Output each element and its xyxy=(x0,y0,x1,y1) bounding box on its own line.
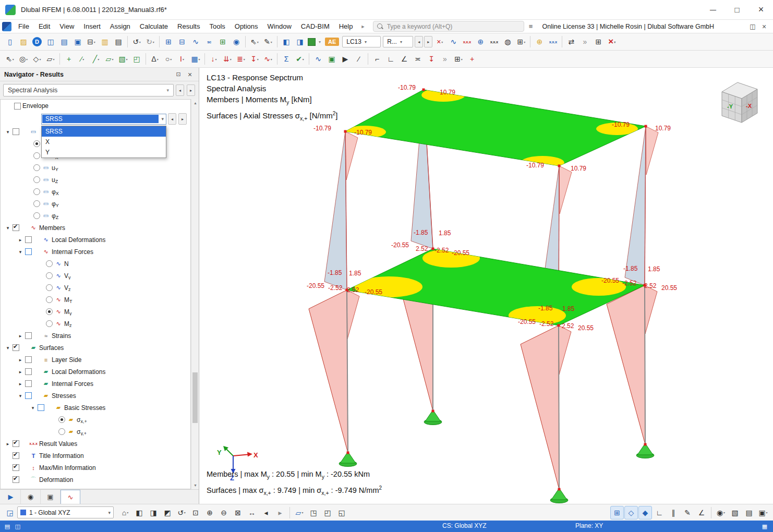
tree-expander-icon[interactable] xyxy=(5,129,11,135)
snap-toggle-icon[interactable]: ◇ xyxy=(624,506,638,519)
tree-item[interactable]: My xyxy=(1,306,190,318)
tree-radio[interactable] xyxy=(46,284,53,291)
dlubal-account-icon[interactable]: D xyxy=(32,37,42,46)
axes-icon[interactable]: + xyxy=(465,52,479,66)
navigator-results-tab[interactable] xyxy=(61,490,80,504)
clipping-plane-icon[interactable]: ∕ xyxy=(352,52,366,66)
zoom-in-icon[interactable]: ⊕ xyxy=(203,506,216,519)
tree-item[interactable]: σx,+ xyxy=(1,414,190,426)
tree-item[interactable]: φZ xyxy=(1,210,190,222)
tree-item[interactable]: Internal Forces xyxy=(1,378,190,390)
section-icon[interactable]: I xyxy=(175,52,189,66)
show-results-icon[interactable]: ∿ xyxy=(446,35,460,49)
navigator-display-tab[interactable] xyxy=(21,490,41,504)
zoom-values-icon[interactable]: ⊕ xyxy=(533,35,546,49)
measure-icon[interactable]: ∠ xyxy=(695,506,708,519)
dock-panel-icon[interactable]: ◧ xyxy=(280,35,293,49)
panel-visibility-icon[interactable] xyxy=(3,506,17,519)
previous-load-case-button[interactable] xyxy=(415,36,423,47)
result-values-icon[interactable]: x.x.x xyxy=(460,35,474,49)
maximize-button[interactable] xyxy=(725,0,749,20)
find-value-icon[interactable]: ⊕ xyxy=(474,35,487,49)
next-rule-button[interactable] xyxy=(178,113,187,125)
tree-item[interactable]: uY xyxy=(1,162,190,174)
plane-xz-icon[interactable]: ◱ xyxy=(335,506,348,519)
tree-checkbox[interactable] xyxy=(25,248,32,255)
tree-item[interactable]: Vz xyxy=(1,282,190,294)
model-viewport[interactable]: -10.79 10.79 -10.79 -10.79 -10.79 10.79 … xyxy=(199,68,773,504)
smooth-contours-icon[interactable]: ◍ xyxy=(501,35,514,49)
cad-tools-icon[interactable]: ✎ xyxy=(681,506,694,519)
add-hinge-icon[interactable]: ○ xyxy=(162,52,175,66)
scroll-down-icon[interactable]: ▼ xyxy=(191,481,199,489)
render-mode-icon[interactable]: ▣ xyxy=(756,506,770,519)
tree-item[interactable]: σy,+ xyxy=(1,426,190,438)
tree-item[interactable]: Members xyxy=(1,222,190,234)
menu-item[interactable]: Assign xyxy=(105,21,135,32)
tree-checkbox[interactable] xyxy=(25,356,32,363)
menu-item[interactable]: File xyxy=(14,21,34,32)
menu-item[interactable]: Calculate xyxy=(135,21,173,32)
tree-item[interactable]: Basic Stresses xyxy=(1,402,190,414)
member-load-icon[interactable]: ⇊ xyxy=(221,52,234,66)
tree-radio[interactable] xyxy=(58,428,65,435)
close-button[interactable] xyxy=(749,0,773,20)
restore-document-button[interactable] xyxy=(747,21,758,32)
dropdown-option[interactable]: Y xyxy=(42,147,166,158)
tree-item[interactable]: Max/Min Information xyxy=(1,462,190,474)
tree-radio[interactable] xyxy=(33,176,40,183)
tree-item[interactable]: Surfaces xyxy=(1,342,190,354)
eccentricity-icon[interactable]: ∠ xyxy=(397,52,411,66)
tree-checkbox[interactable] xyxy=(13,440,19,447)
tree-item[interactable]: Layer Side xyxy=(1,354,190,366)
swatch-dropdown-icon[interactable]: ▾ xyxy=(317,35,323,49)
member-release-icon[interactable]: ∟ xyxy=(384,52,397,66)
walk-mode-icon[interactable]: ▶ xyxy=(339,52,352,66)
tree-checkbox[interactable] xyxy=(14,103,21,110)
divide-member-icon[interactable]: ≍ xyxy=(411,52,425,66)
save-icon[interactable]: ▣ xyxy=(71,35,84,49)
result-type-combo[interactable]: R... xyxy=(383,36,413,47)
tree-expander-icon[interactable] xyxy=(17,393,23,398)
clipping-box-icon[interactable]: ▧ xyxy=(728,506,742,519)
add-opening-icon[interactable]: ◰ xyxy=(130,52,143,66)
calculate-icon[interactable]: ✔ xyxy=(293,52,307,66)
layout-grid-icon[interactable]: ⊞ xyxy=(591,35,605,49)
tree-checkbox[interactable] xyxy=(25,380,32,387)
tree-radio[interactable] xyxy=(46,272,53,279)
add-support-icon[interactable]: Δ xyxy=(148,52,162,66)
plane-yz-icon[interactable]: ◰ xyxy=(321,506,334,519)
tree-item[interactable]: Local Deformations xyxy=(1,234,190,246)
zoom-window-icon[interactable]: ⊡ xyxy=(189,506,202,519)
analysis-type-badge[interactable]: AE xyxy=(325,38,339,46)
tree-item[interactable]: φY xyxy=(1,198,190,210)
tree-radio[interactable] xyxy=(33,200,40,207)
tree-checkbox[interactable] xyxy=(13,464,19,471)
tree-radio[interactable] xyxy=(33,140,40,147)
previous-view-icon[interactable]: ◂ xyxy=(259,506,273,519)
tables-icon[interactable]: ⊞ xyxy=(162,35,175,49)
grid-toggle-icon[interactable]: ⊞ xyxy=(610,506,624,519)
tree-item[interactable]: MT xyxy=(1,294,190,306)
tree-item[interactable]: Internal Forces xyxy=(1,246,190,258)
overflow-icon[interactable]: » xyxy=(438,52,452,66)
status-grid-icon[interactable] xyxy=(760,522,769,530)
view-in-z-icon[interactable]: ◩ xyxy=(161,506,174,519)
rotate-view-icon[interactable]: ↺ xyxy=(175,506,188,519)
selection-pointer-icon[interactable]: ⇖ xyxy=(248,35,261,49)
tree-checkbox[interactable] xyxy=(13,224,19,231)
tree-expander-icon[interactable] xyxy=(17,369,23,374)
close-document-button[interactable] xyxy=(758,21,770,32)
status-view-icon[interactable] xyxy=(14,522,22,530)
menu-item[interactable]: Help xyxy=(334,21,358,32)
tree-checkbox[interactable] xyxy=(13,128,19,135)
object-snap-toggle-icon[interactable]: ◆ xyxy=(638,506,652,519)
free-load-icon[interactable]: ↧ xyxy=(248,52,261,66)
tree-radio[interactable] xyxy=(46,308,53,315)
tree-item[interactable]: φX xyxy=(1,186,190,198)
scrollbar-thumb[interactable] xyxy=(192,372,198,423)
edit-mode-icon[interactable]: ✎ xyxy=(261,35,275,49)
add-line-icon[interactable]: ∕ xyxy=(76,52,89,66)
tree-expander-icon[interactable] xyxy=(17,381,23,386)
table-report-icon[interactable]: ⊞ xyxy=(216,35,230,49)
